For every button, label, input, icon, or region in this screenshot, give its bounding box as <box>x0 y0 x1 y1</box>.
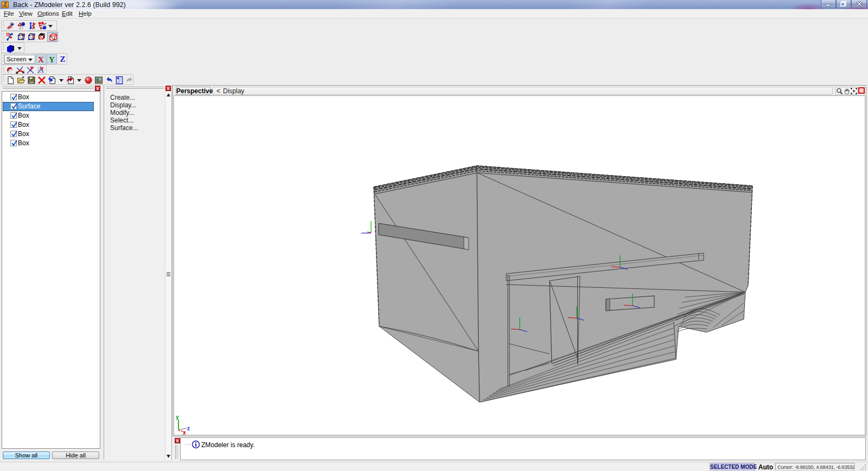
svg-text:z: z <box>187 425 190 431</box>
svg-text:y: y <box>176 414 179 420</box>
svg-text:x: x <box>183 430 186 436</box>
